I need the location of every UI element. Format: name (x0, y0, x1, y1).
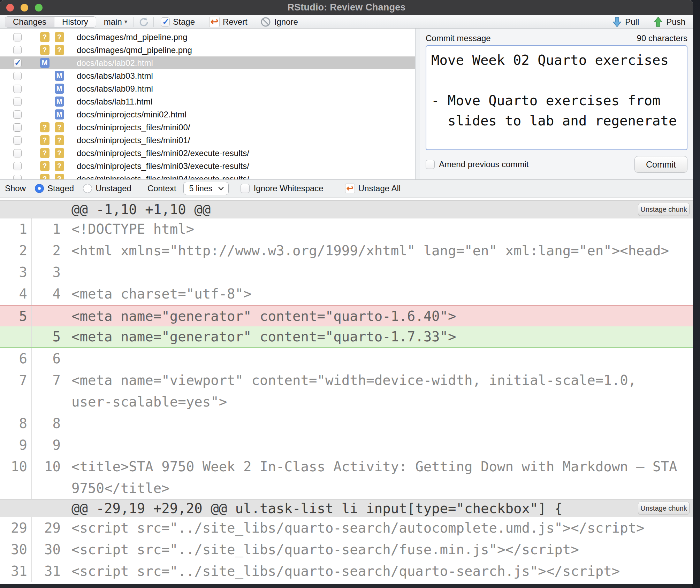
old-line-number (0, 326, 32, 347)
amend-checkbox[interactable] (426, 160, 435, 169)
context-select[interactable]: 5 lines (183, 182, 229, 195)
unstage-chunk-button[interactable]: Unstage chunk (638, 502, 690, 515)
file-stage-checkbox[interactable] (13, 149, 22, 157)
file-path: docs/miniprojects_files/mini03/execute-r… (77, 161, 249, 171)
panel-divider[interactable] (415, 29, 420, 179)
hunk-header-text: @@ -29,19 +29,20 @@ ul.task-list li inpu… (0, 501, 638, 516)
file-row[interactable]: Mdocs/labs/lab09.html (0, 82, 415, 95)
hunk-header-text: @@ -1,10 +1,10 @@ (0, 202, 638, 217)
revert-button[interactable]: ↩ Revert (206, 17, 250, 27)
file-row[interactable]: ??docs/miniprojects_files/mini02/execute… (0, 147, 415, 160)
file-stage-checkbox[interactable] (13, 162, 22, 170)
file-stage-checkbox[interactable] (13, 46, 22, 54)
ignore-icon (260, 16, 271, 28)
code-text: <meta charset="utf-8"> (65, 283, 693, 305)
unstaged-status-slot: M (54, 96, 64, 107)
stage-toggle[interactable]: Stage (158, 17, 198, 27)
minimize-window-button[interactable] (21, 4, 28, 11)
top-panels: ??docs/images/md_pipeline.png??docs/imag… (0, 29, 693, 179)
staged-status-slot: M (40, 58, 50, 68)
file-row[interactable]: ??docs/miniprojects_files/mini00/ (0, 121, 415, 134)
commit-button[interactable]: Commit (634, 156, 687, 173)
ignore-button[interactable]: Ignore (257, 16, 301, 28)
old-line-number: 1 (0, 218, 32, 240)
ignore-label: Ignore (274, 17, 298, 27)
modified-status-badge: M (55, 84, 64, 94)
untracked-status-badge: ? (55, 161, 64, 171)
old-line-number: 4 (0, 283, 32, 305)
file-row[interactable]: Mdocs/labs/lab11.html (0, 95, 415, 108)
refresh-button[interactable] (138, 16, 149, 28)
unstage-chunk-button[interactable]: Unstage chunk (638, 203, 690, 216)
old-line-number: 9 (0, 434, 32, 456)
diff-line-context: 33 (0, 262, 693, 283)
file-row[interactable]: ??docs/images/qmd_pipeline.png (0, 44, 415, 56)
commit-panel: Commit message 90 characters Move Week 0… (420, 29, 693, 179)
staged-radio[interactable] (35, 184, 44, 193)
pull-icon (612, 16, 622, 28)
code-text: <title>STA 9750 Week 2 In-Class Activity… (65, 456, 693, 499)
file-stage-checkbox[interactable] (13, 33, 22, 41)
new-line-number: 2 (32, 240, 65, 262)
file-path: docs/labs/lab02.html (77, 58, 153, 68)
file-stage-checkbox[interactable] (13, 175, 22, 180)
stage-checkbox[interactable] (161, 17, 170, 26)
file-stage-checkbox[interactable] (13, 59, 22, 67)
old-line-number: 6 (0, 348, 32, 370)
file-stage-checkbox[interactable] (13, 110, 22, 119)
diff-top-gap (0, 198, 693, 200)
new-line-number: 5 (32, 326, 65, 347)
file-row[interactable]: Mdocs/labs/lab03.html (0, 69, 415, 82)
untracked-status-badge: ? (40, 148, 50, 158)
close-window-button[interactable] (6, 4, 14, 11)
file-row[interactable]: ??docs/miniprojects_files/mini04/execute… (0, 172, 415, 179)
diff-line-context: 44<meta charset="utf-8"> (0, 283, 693, 305)
file-row[interactable]: Mdocs/miniprojects/mini02.html (0, 108, 415, 121)
new-line-number (32, 306, 65, 326)
file-row[interactable]: ??docs/images/md_pipeline.png (0, 31, 415, 44)
file-stage-checkbox[interactable] (13, 98, 22, 106)
file-stage-checkbox[interactable] (13, 136, 22, 145)
unstaged-status-slot: ? (54, 174, 64, 179)
file-stage-checkbox[interactable] (13, 72, 22, 80)
unstaged-status-slot: ? (54, 32, 64, 42)
unstage-all-button[interactable]: ↩ Unstage All (345, 184, 401, 193)
unstaged-status-slot: ? (54, 135, 64, 145)
file-stage-checkbox[interactable] (13, 123, 22, 132)
new-line-number: 7 (32, 370, 65, 413)
tab-changes[interactable]: Changes (5, 17, 54, 27)
unstaged-status-slot: ? (54, 148, 64, 158)
modified-status-badge: M (40, 58, 50, 68)
ignore-whitespace-checkbox[interactable] (241, 184, 250, 193)
revert-icon: ↩ (209, 17, 220, 27)
code-text: <script src="../site_libs/quarto-search/… (65, 517, 693, 539)
push-button[interactable]: Push (650, 16, 688, 28)
file-path: docs/miniprojects_files/mini04/execute-r… (77, 174, 249, 180)
old-line-number: 7 (0, 370, 32, 413)
file-path: docs/labs/lab03.html (77, 71, 153, 81)
tab-history[interactable]: History (54, 17, 96, 27)
diff-line-context: 99 (0, 434, 693, 456)
untracked-status-badge: ? (55, 122, 64, 132)
context-select-value: 5 lines (189, 184, 212, 193)
commit-message-input[interactable]: Move Week 02 Quarto exercises - Move Qua… (426, 45, 687, 150)
commit-footer: Amend previous commit Commit (426, 154, 687, 175)
file-row[interactable]: ??docs/miniprojects_files/mini01/ (0, 134, 415, 147)
file-row[interactable]: Mdocs/labs/lab02.html (0, 56, 415, 69)
staged-status-slot: ? (40, 122, 50, 132)
zoom-window-button[interactable] (35, 4, 43, 11)
staged-status-slot: ? (40, 32, 50, 42)
file-row[interactable]: ??docs/miniprojects_files/mini03/execute… (0, 160, 415, 172)
pull-button[interactable]: Pull (609, 16, 642, 28)
amend-toggle[interactable]: Amend previous commit (426, 160, 528, 169)
amend-label: Amend previous commit (439, 160, 528, 169)
branch-name: main (104, 17, 122, 27)
new-line-number: 3 (32, 262, 65, 283)
file-stage-checkbox[interactable] (13, 85, 22, 93)
untracked-status-badge: ? (40, 174, 50, 179)
pull-label: Pull (625, 17, 639, 27)
branch-selector[interactable]: main ▾ (102, 17, 130, 27)
unstaged-radio[interactable] (83, 184, 92, 193)
file-path: docs/images/md_pipeline.png (77, 32, 188, 42)
old-line-number: 10 (0, 456, 32, 499)
